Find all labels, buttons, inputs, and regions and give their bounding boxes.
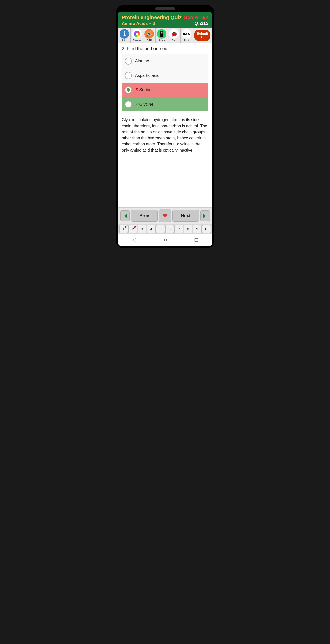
toolbar-font-label: Font bbox=[184, 39, 189, 42]
share-icon: 📱 bbox=[157, 29, 166, 39]
radio-serine bbox=[125, 86, 132, 93]
qnum-2[interactable]: 2 ✗ bbox=[128, 225, 137, 233]
radio-aspartic bbox=[125, 72, 132, 79]
status-bar bbox=[116, 5, 214, 12]
qnum-1[interactable]: 1 ✗ bbox=[119, 225, 128, 233]
toolbar-theme-label: Theme bbox=[133, 39, 141, 42]
question-counter: Q.2/15 bbox=[194, 21, 208, 26]
svg-point-1 bbox=[136, 33, 138, 35]
explanation-text: Glycine contains hydrogen atom as its si… bbox=[118, 116, 212, 157]
toolbar-share[interactable]: 📱 Share bbox=[156, 28, 168, 43]
radio-serine-fill bbox=[127, 88, 130, 92]
quiz-subtitle: Amino Acids – 2 bbox=[122, 21, 155, 26]
correct-marker-glycine: ✓ bbox=[135, 102, 138, 107]
option-glycine[interactable]: ✓ Glycine bbox=[122, 97, 208, 111]
app-title: Protein engineering Quiz bbox=[122, 15, 182, 20]
bug-icon: 🐞 bbox=[169, 29, 179, 39]
android-nav-bar: ◁ ○ □ bbox=[118, 234, 212, 246]
qnum-4[interactable]: 4 bbox=[147, 225, 156, 233]
phone-wrapper: Protein engineering Quiz Score: 0/2 Amin… bbox=[116, 5, 214, 248]
theme-icon bbox=[132, 29, 142, 39]
android-recents-button[interactable]: □ bbox=[195, 237, 198, 243]
toolbar-sound-label: OFF bbox=[147, 39, 152, 42]
qnum-3[interactable]: 3 bbox=[138, 225, 146, 233]
next-button[interactable]: Next bbox=[172, 210, 199, 222]
last-question-button[interactable] bbox=[200, 210, 210, 221]
submit-all-button[interactable]: Submit All bbox=[194, 30, 210, 41]
wrong-indicator-1: ✗ bbox=[124, 226, 127, 229]
toolbar-sound[interactable]: 🔊 OFF bbox=[143, 28, 156, 43]
radio-alanine bbox=[125, 58, 132, 65]
toolbar-theme[interactable]: Theme bbox=[131, 28, 143, 43]
toolbar-bug[interactable]: 🐞 Bug bbox=[168, 28, 180, 43]
qnum-7[interactable]: 7 bbox=[174, 225, 183, 233]
options-container: Alanine Aspartic acid ✗ Serine bbox=[122, 54, 208, 111]
option-alanine-label: Alanine bbox=[135, 59, 149, 64]
svg-rect-4 bbox=[207, 214, 207, 218]
bottom-nav: Prev ❤ Next bbox=[118, 207, 212, 224]
toolbar-font[interactable]: aAA Font bbox=[181, 28, 193, 43]
svg-marker-5 bbox=[203, 214, 206, 218]
question-text: 2. Find the odd one out. bbox=[122, 46, 208, 52]
option-serine[interactable]: ✗ Serine bbox=[122, 83, 208, 97]
svg-rect-2 bbox=[123, 214, 123, 218]
toolbar-bug-label: Bug bbox=[172, 39, 177, 42]
android-home-button[interactable]: ○ bbox=[164, 237, 167, 243]
wrong-indicator-2: ✗ bbox=[134, 226, 136, 229]
prev-button[interactable]: Prev bbox=[131, 210, 158, 222]
app-header: Protein engineering Quiz Score: 0/2 Amin… bbox=[118, 12, 212, 28]
question-number: 2 bbox=[122, 46, 124, 51]
radio-glycine bbox=[125, 101, 132, 108]
toolbar-share-label: Share bbox=[158, 39, 165, 42]
svg-marker-3 bbox=[124, 214, 127, 218]
toolbar-info-label: Info bbox=[122, 39, 126, 42]
option-alanine[interactable]: Alanine bbox=[122, 54, 208, 68]
android-back-button[interactable]: ◁ bbox=[132, 237, 136, 243]
toolbar: ℹ Info Theme bbox=[118, 28, 212, 43]
option-aspartic[interactable]: Aspartic acid bbox=[122, 68, 208, 83]
wrong-marker-serine: ✗ bbox=[135, 88, 138, 92]
qnum-5[interactable]: 5 bbox=[156, 225, 165, 233]
question-area: 2. Find the odd one out. Alanine Asparti… bbox=[118, 43, 212, 116]
question-number-row: 1 ✗ 2 ✗ 3 4 5 6 7 8 9 10 bbox=[118, 224, 212, 234]
notch bbox=[155, 7, 175, 10]
qnum-6[interactable]: 6 bbox=[165, 225, 174, 233]
font-icon: aAA bbox=[182, 29, 191, 39]
sound-icon: 🔊 bbox=[144, 29, 154, 39]
qnum-10[interactable]: 10 bbox=[202, 225, 211, 233]
question-body: Find the odd one out. bbox=[127, 46, 170, 51]
option-glycine-label: Glycine bbox=[139, 102, 154, 107]
spacer bbox=[118, 157, 212, 207]
toolbar-info[interactable]: ℹ Info bbox=[118, 28, 131, 43]
score-display: Score: 0/2 bbox=[184, 15, 208, 20]
option-serine-label: Serine bbox=[139, 87, 152, 92]
app-container: Protein engineering Quiz Score: 0/2 Amin… bbox=[118, 12, 212, 246]
favorite-button[interactable]: ❤ bbox=[159, 209, 171, 222]
info-icon: ℹ bbox=[120, 29, 129, 39]
toolbar-submit-all[interactable]: Submit All bbox=[193, 28, 212, 43]
qnum-9[interactable]: 9 bbox=[193, 225, 202, 233]
first-question-button[interactable] bbox=[120, 210, 130, 221]
qnum-8[interactable]: 8 bbox=[184, 225, 192, 233]
option-aspartic-label: Aspartic acid bbox=[135, 73, 160, 78]
